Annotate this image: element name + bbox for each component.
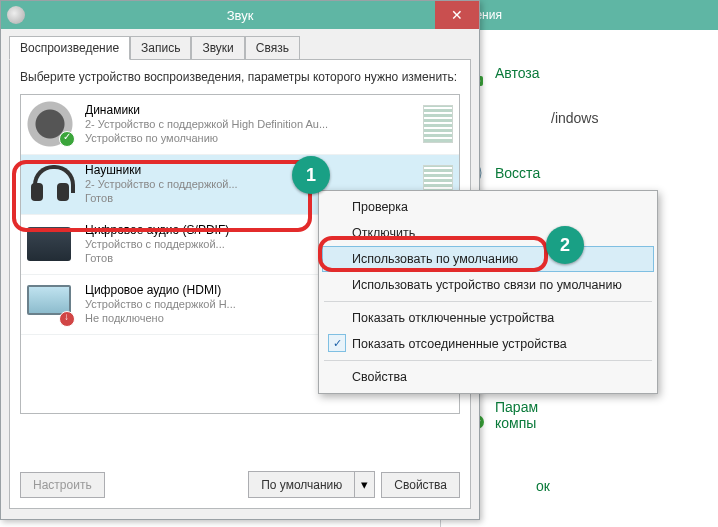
device-speakers[interactable]: Динамики 2- Устройство с поддержкой High… bbox=[21, 95, 459, 155]
tab-playback[interactable]: Воспроизведение bbox=[9, 36, 130, 60]
configure-button[interactable]: Настроить bbox=[20, 472, 105, 498]
check-icon: ✓ bbox=[328, 334, 346, 352]
menu-item-show-disabled[interactable]: Показать отключенные устройства bbox=[322, 305, 654, 331]
tab-sounds[interactable]: Звуки bbox=[191, 36, 244, 60]
menu-separator bbox=[324, 360, 652, 361]
device-name: Динамики bbox=[85, 103, 423, 118]
headphones-icon bbox=[27, 161, 77, 209]
annotation-callout-1: 1 bbox=[292, 156, 330, 194]
bg-item-label: Автоза bbox=[495, 65, 540, 81]
bg-item-autostart[interactable]: Автоза bbox=[451, 56, 718, 90]
device-desc: 2- Устройство с поддержкой High Definiti… bbox=[85, 118, 423, 132]
bg-ok-fragment: ок bbox=[536, 478, 550, 494]
close-icon: ✕ bbox=[451, 7, 463, 23]
menu-item-properties[interactable]: Свойства bbox=[322, 364, 654, 390]
bg-item-label: Парам компы bbox=[495, 399, 538, 431]
tab-strip: Воспроизведение Запись Звуки Связь bbox=[1, 29, 479, 59]
monitor-icon bbox=[27, 281, 77, 329]
tab-recording[interactable]: Запись bbox=[130, 36, 191, 60]
sound-icon bbox=[7, 6, 25, 24]
set-default-dropdown[interactable]: ▾ bbox=[355, 471, 375, 498]
tab-communications[interactable]: Связь bbox=[245, 36, 300, 60]
bg-item-label: Восста bbox=[495, 165, 540, 181]
menu-item-show-disconnected[interactable]: ✓ Показать отсоединенные устройства bbox=[322, 331, 654, 357]
menu-item-set-default[interactable]: Использовать по умолчанию bbox=[322, 246, 654, 272]
annotation-callout-2: 2 bbox=[546, 226, 584, 264]
menu-item-test[interactable]: Проверка bbox=[322, 194, 654, 220]
disconnected-badge-icon bbox=[59, 311, 75, 327]
device-name: Наушники bbox=[85, 163, 423, 178]
device-status: Устройство по умолчанию bbox=[85, 132, 423, 146]
menu-item-label: Показать отсоединенные устройства bbox=[352, 337, 567, 351]
close-button[interactable]: ✕ bbox=[435, 1, 479, 29]
chevron-down-icon: ▾ bbox=[361, 477, 368, 492]
default-badge-icon bbox=[59, 131, 75, 147]
level-meter bbox=[423, 105, 453, 143]
dialog-titlebar[interactable]: Звук ✕ bbox=[1, 1, 479, 29]
bottom-button-row: Настроить По умолчанию ▾ Свойства bbox=[20, 471, 460, 498]
set-default-button[interactable]: По умолчанию bbox=[248, 471, 355, 498]
bg-item-params[interactable]: Парам компы bbox=[451, 398, 718, 432]
bg-titlebar: равления bbox=[441, 0, 718, 30]
set-default-split-button[interactable]: По умолчанию ▾ bbox=[248, 471, 375, 498]
bg-item-restore[interactable]: Восста bbox=[451, 156, 718, 190]
instruction-text: Выберите устройство воспроизведения, пар… bbox=[20, 70, 460, 86]
dialog-title: Звук bbox=[227, 8, 254, 23]
speaker-icon bbox=[27, 101, 77, 149]
context-menu: Проверка Отключить Использовать по умолч… bbox=[318, 190, 658, 394]
menu-separator bbox=[324, 301, 652, 302]
menu-item-set-comm-default[interactable]: Использовать устройство связи по умолчан… bbox=[322, 272, 654, 298]
menu-item-disable[interactable]: Отключить bbox=[322, 220, 654, 246]
properties-button[interactable]: Свойства bbox=[381, 472, 460, 498]
spdif-icon bbox=[27, 221, 77, 269]
bg-windows-text: /indows bbox=[551, 110, 718, 126]
